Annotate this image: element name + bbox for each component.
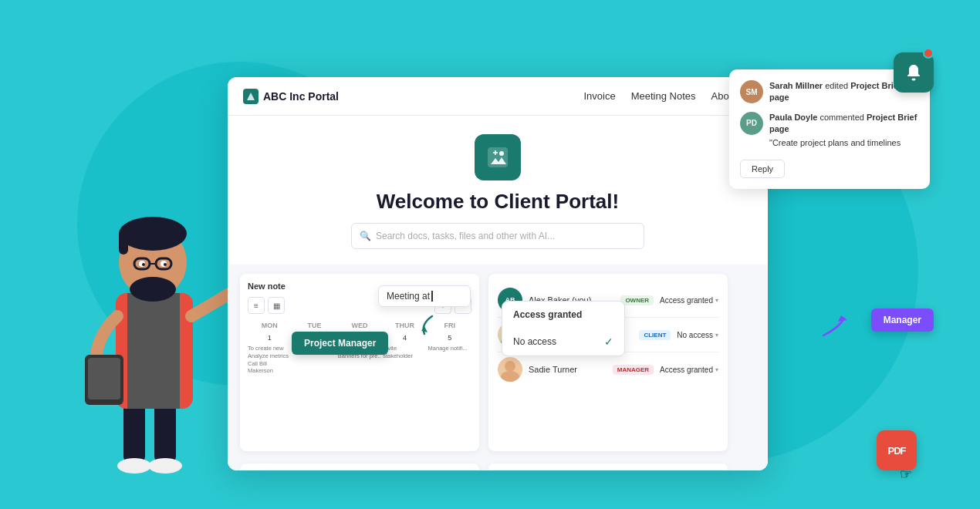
chevron-alex[interactable]: ▾ <box>715 297 718 304</box>
nav-bar: ABC Inc Portal Invoice Meeting Notes Abo… <box>228 77 768 116</box>
pdf-icon[interactable]: PDF <box>877 430 917 470</box>
paula-action: commented <box>819 113 867 122</box>
dropdown-option-access-granted[interactable]: Access granted <box>502 302 624 328</box>
nav-invoice[interactable]: Invoice <box>583 90 615 102</box>
svg-marker-29 <box>838 315 847 322</box>
reply-button[interactable]: Reply <box>740 160 785 178</box>
search-placeholder: Search docs, tasks, files and other with… <box>376 231 555 241</box>
svg-point-3 <box>148 458 182 474</box>
chevron-sadie[interactable]: ▾ <box>715 366 718 373</box>
calendar-view-btn[interactable]: ▦ <box>268 297 285 314</box>
svg-rect-20 <box>488 147 508 167</box>
meeting-cursor <box>431 291 433 302</box>
check-icon: ✓ <box>604 335 613 348</box>
pdf-label: PDF <box>888 445 906 457</box>
access-row-sadie: Sadie Turner MANAGER Access granted ▾ <box>498 352 718 386</box>
meeting-arrow <box>417 312 440 339</box>
svg-point-27 <box>501 371 519 382</box>
svg-point-2 <box>117 458 151 474</box>
project-manager-badge: Project Manager <box>292 332 388 355</box>
svg-rect-18 <box>88 358 120 399</box>
notif-row-paula: PD Paula Doyle commented Project Brief p… <box>740 112 919 149</box>
avatar-paula: PD <box>740 112 763 135</box>
svg-point-21 <box>499 151 504 156</box>
avatar-sadie <box>498 357 522 382</box>
search-icon: 🔍 <box>360 231 371 241</box>
notif-row-sarah: SM Sarah Millner edited Project Brief pa… <box>740 80 919 104</box>
meeting-input-text: Meeting at <box>387 291 430 302</box>
sarah-name: Sarah Millner <box>769 81 823 90</box>
svg-rect-8 <box>119 231 128 254</box>
notif-text-paula: Paula Doyle commented Project Brief page… <box>769 112 919 149</box>
svg-point-26 <box>505 361 515 372</box>
docs-panel: Latest Docs ≡ ≡ ≡ <box>488 463 728 470</box>
nav-links: Invoice Meeting Notes About Us <box>583 90 752 102</box>
cal-header-wed: WED <box>338 320 381 331</box>
status-sadie: Access granted ▾ <box>660 366 718 374</box>
svg-point-15 <box>142 263 145 266</box>
svg-point-9 <box>130 277 176 302</box>
role-marjorie: CLIENT <box>639 330 671 340</box>
svg-point-7 <box>119 217 187 251</box>
bell-notification-badge <box>923 48 934 59</box>
avatar-sarah: SM <box>740 80 763 103</box>
role-alex: OWNER <box>620 295 654 305</box>
access-dropdown[interactable]: Access granted No access ✓ <box>502 301 625 356</box>
cal-thur-events: Invite stakeholder <box>383 345 426 375</box>
status-alex: Access granted ▾ <box>660 296 718 305</box>
cursor-hand-icon: ☞ <box>900 466 912 483</box>
cal-header-tue: TUE <box>292 320 336 331</box>
svg-rect-0 <box>123 401 145 463</box>
nav-logo-icon <box>243 89 259 104</box>
cal-header-mon: MON <box>248 320 291 331</box>
status-marjorie: No access ▾ <box>677 331 718 339</box>
sarah-action: edited <box>825 81 850 90</box>
search-bar[interactable]: 🔍 Search docs, tasks, files and other wi… <box>351 223 644 249</box>
svg-rect-1 <box>154 401 176 463</box>
name-sadie: Sadie Turner <box>529 365 607 374</box>
meeting-input[interactable]: Meeting at <box>378 285 471 307</box>
svg-point-30 <box>912 79 916 81</box>
svg-point-16 <box>164 263 167 266</box>
character-illustration <box>77 147 239 486</box>
svg-rect-5 <box>127 293 180 409</box>
nav-logo: ABC Inc Portal <box>243 89 339 104</box>
hero-section: Welcome to Client Portal! 🔍 Search docs,… <box>228 116 768 265</box>
cal-mon-events: To create new Analyze metrics Call Bill … <box>248 345 291 375</box>
cal-fri-events: Manage notifi... <box>428 345 471 375</box>
list-view-btn[interactable]: ≡ <box>248 297 265 314</box>
manager-arrow <box>819 312 850 346</box>
bottom-panels: New note ≡ ▦ + ··· MON TUE WED T <box>228 265 768 470</box>
manager-badge: Manager <box>871 308 934 332</box>
portal-window: ABC Inc Portal Invoice Meeting Notes Abo… <box>228 77 768 470</box>
hero-icon-box <box>475 134 521 180</box>
role-sadie: MANAGER <box>613 365 654 375</box>
tasks-panel: Client Tasks ⋮ Analytics A Analytics <box>240 463 479 470</box>
paula-comment: "Create project plans and timelines <box>769 137 919 149</box>
nav-logo-text: ABC Inc Portal <box>263 90 339 103</box>
nav-meeting-notes[interactable]: Meeting Notes <box>631 90 696 102</box>
paula-name: Paula Doyle <box>769 113 817 122</box>
dropdown-option-no-access[interactable]: No access ✓ <box>502 328 624 356</box>
hero-title: Welcome to Client Portal! <box>377 190 619 214</box>
cal-day-1[interactable]: 1 <box>248 332 291 343</box>
chevron-marjorie[interactable]: ▾ <box>715 332 718 339</box>
svg-marker-28 <box>421 326 427 332</box>
